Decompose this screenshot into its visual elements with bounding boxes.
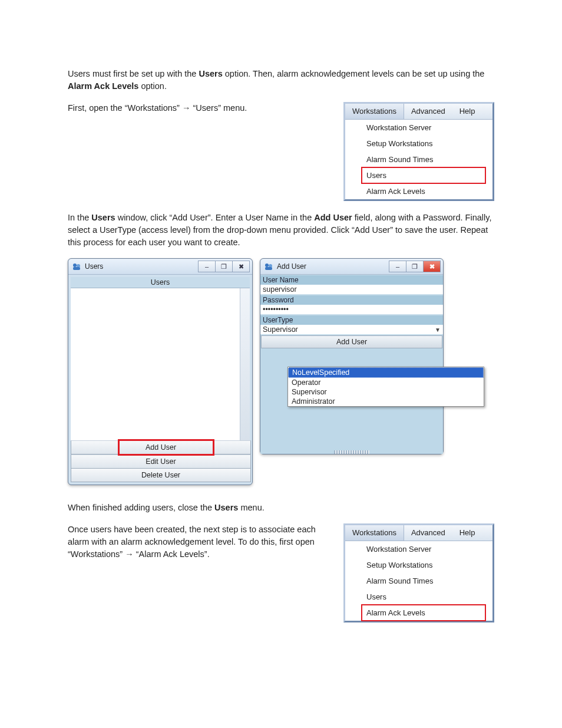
password-label: Password bbox=[260, 295, 443, 305]
add-user-window: Add User – ❐ ✖ User Name supervisor Pass… bbox=[260, 258, 444, 454]
usertype-value: Supervisor bbox=[263, 325, 298, 334]
arrow-icon: → bbox=[182, 103, 191, 113]
username-input[interactable]: supervisor bbox=[260, 285, 443, 295]
menu-item-alarm-ack-levels[interactable]: Alarm Ack Levels bbox=[362, 605, 485, 621]
text: “Users” menu. bbox=[190, 103, 247, 113]
menu-item-alarm-sound-times[interactable]: Alarm Sound Times bbox=[345, 573, 492, 589]
open-users-menu-paragraph: First, open the “Workstations” → “Users”… bbox=[68, 102, 332, 114]
users-list[interactable] bbox=[71, 288, 250, 440]
svg-rect-2 bbox=[73, 267, 80, 270]
bold-users: Users bbox=[214, 503, 238, 512]
text: When finished adding users, close the bbox=[68, 503, 214, 512]
close-button[interactable]: ✖ bbox=[233, 261, 250, 272]
add-user-body: NoLevelSpecified Operator Supervisor Adm… bbox=[260, 349, 443, 449]
menu-help[interactable]: Help bbox=[452, 104, 482, 119]
add-user-instructions-paragraph: In the Users window, click “Add User”. E… bbox=[68, 212, 494, 249]
users-title: Users bbox=[85, 262, 103, 271]
usertype-dropdown: NoLevelSpecified Operator Supervisor Adm… bbox=[287, 367, 484, 407]
arrow-icon: → bbox=[125, 549, 134, 559]
users-app-icon bbox=[72, 262, 81, 271]
menu-item-workstation-server[interactable]: Workstation Server bbox=[345, 120, 492, 136]
add-user-submit-button[interactable]: Add User bbox=[261, 335, 442, 348]
intro-paragraph-1: Users must first be set up with the User… bbox=[68, 68, 494, 93]
maximize-button[interactable]: ❐ bbox=[216, 261, 233, 272]
text: window, click “Add User”. Enter a User N… bbox=[115, 213, 315, 222]
text: In the bbox=[68, 213, 91, 222]
menu-item-setup-workstations[interactable]: Setup Workstations bbox=[345, 136, 492, 151]
text: Users must first be set up with the bbox=[68, 69, 199, 78]
menu-item-users[interactable]: Users bbox=[362, 167, 485, 183]
menu-item-users[interactable]: Users bbox=[345, 589, 492, 605]
password-input[interactable]: •••••••••• bbox=[260, 305, 443, 315]
close-button[interactable]: ✖ bbox=[424, 261, 441, 272]
menu-advanced[interactable]: Advanced bbox=[404, 104, 452, 119]
minimize-button[interactable]: – bbox=[198, 261, 216, 272]
menu-item-setup-workstations[interactable]: Setup Workstations bbox=[345, 557, 492, 573]
menu-advanced[interactable]: Advanced bbox=[404, 525, 452, 541]
open-alarm-ack-paragraph: Once users have been created, the next s… bbox=[68, 523, 332, 561]
users-and-adduser-screenshot: Users – ❐ ✖ Users Add User Edit User Del… bbox=[68, 258, 494, 485]
menubar: Workstations Advanced Help bbox=[345, 525, 492, 541]
text: “Alarm Ack Levels”. bbox=[134, 549, 210, 559]
users-titlebar: Users – ❐ ✖ bbox=[68, 259, 252, 275]
text: option. bbox=[138, 81, 167, 91]
bold-add-user: Add User bbox=[314, 213, 352, 222]
workstations-menu-screenshot-1: Workstations Advanced Help Workstation S… bbox=[343, 102, 494, 201]
text: menu. bbox=[238, 503, 264, 512]
menu-help[interactable]: Help bbox=[452, 525, 482, 541]
workstations-dropdown: Workstation Server Setup Workstations Al… bbox=[345, 541, 492, 621]
menu-workstations[interactable]: Workstations bbox=[345, 104, 404, 119]
users-column-header: Users bbox=[71, 277, 250, 288]
option-operator[interactable]: Operator bbox=[288, 378, 484, 387]
workstations-menu-screenshot-2: Workstations Advanced Help Workstation S… bbox=[343, 523, 494, 622]
menu-item-workstation-server[interactable]: Workstation Server bbox=[345, 541, 492, 557]
users-window: Users – ❐ ✖ Users Add User Edit User Del… bbox=[68, 258, 253, 485]
resize-grip-icon[interactable] bbox=[334, 450, 369, 454]
option-nolevelspecified[interactable]: NoLevelSpecified bbox=[288, 367, 484, 378]
text: option. Then, alarm acknowledgement leve… bbox=[223, 69, 485, 78]
svg-point-3 bbox=[265, 263, 269, 267]
bold-users: Users bbox=[91, 213, 115, 222]
close-users-paragraph: When finished adding users, close the Us… bbox=[68, 502, 494, 514]
username-label: User Name bbox=[260, 275, 443, 285]
bold-users: Users bbox=[199, 69, 222, 78]
add-user-button[interactable]: Add User bbox=[71, 440, 251, 454]
svg-point-0 bbox=[73, 263, 77, 267]
workstations-dropdown: Workstation Server Setup Workstations Al… bbox=[345, 120, 492, 199]
edit-user-button[interactable]: Edit User bbox=[71, 454, 251, 469]
bold-alarm-ack-levels: Alarm Ack Levels bbox=[68, 81, 138, 91]
minimize-button[interactable]: – bbox=[389, 261, 406, 272]
usertype-select[interactable]: Supervisor ▼ bbox=[260, 325, 443, 335]
chevron-down-icon: ▼ bbox=[435, 327, 441, 333]
svg-rect-5 bbox=[265, 267, 272, 270]
usertype-label: UserType bbox=[260, 315, 443, 325]
add-user-titlebar: Add User – ❐ ✖ bbox=[260, 259, 443, 275]
menu-item-alarm-sound-times[interactable]: Alarm Sound Times bbox=[345, 151, 492, 167]
delete-user-button[interactable]: Delete User bbox=[71, 469, 251, 482]
option-supervisor[interactable]: Supervisor bbox=[288, 387, 484, 397]
maximize-button[interactable]: ❐ bbox=[406, 261, 424, 272]
add-user-app-icon bbox=[264, 262, 273, 271]
option-administrator[interactable]: Administrator bbox=[288, 397, 484, 406]
menubar: Workstations Advanced Help bbox=[345, 104, 492, 120]
add-user-title: Add User bbox=[277, 262, 306, 271]
menu-item-alarm-ack-levels[interactable]: Alarm Ack Levels bbox=[345, 183, 492, 199]
text: First, open the “Workstations” bbox=[68, 103, 182, 113]
menu-workstations[interactable]: Workstations bbox=[345, 525, 404, 541]
